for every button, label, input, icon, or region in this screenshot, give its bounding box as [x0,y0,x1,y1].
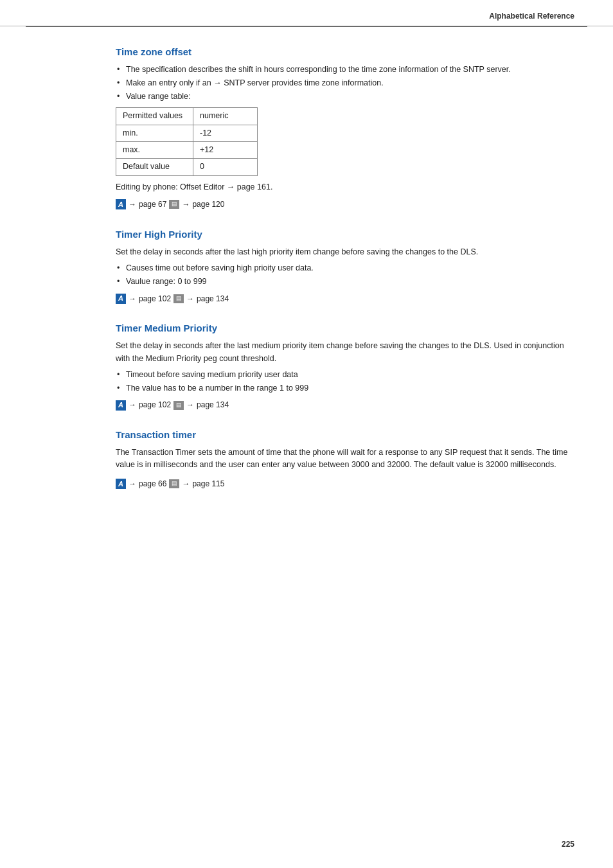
section-body-transaction-timer: The Transaction Timer sets the amount of… [116,447,574,490]
list-item: Value range table: [116,91,574,103]
ref-book-icon: ▤ [173,294,184,303]
ref-line-time-zone-offset: A → page 67 ▤ → page 120 [116,199,574,211]
list-item: Vaulue range: 0 to 999 [116,276,574,288]
value-table-time-zone-offset: Permitted values numeric min. -12 max. +… [116,107,258,176]
ref-page1: page 102 [139,293,171,305]
ref-page2: page 134 [197,293,229,305]
page: Alphabetical Reference Time zone offset … [0,0,613,868]
ref-box-a: A [116,199,126,209]
ref-book-icon: ▤ [173,401,184,410]
editing-line-time-zone-offset: Editing by phone: Offset Editor → page 1… [116,181,574,193]
bullet-list-time-zone-offset: The specification describes the shift in… [116,64,574,102]
bullet-list-timer-medium-priority: Timeout before saving medium priority us… [116,369,574,394]
ref-box-a: A [116,479,126,489]
table-row: Permitted values numeric [116,108,258,125]
page-number: 225 [562,840,574,849]
table-cell: numeric [193,108,258,125]
table-cell: Default value [116,159,193,175]
content: Time zone offset The specification descr… [0,27,613,533]
list-item: The specification describes the shift in… [116,64,574,76]
ref-book-icon: ▤ [169,200,179,209]
section-transaction-timer: Transaction timer The Transaction Timer … [116,429,574,490]
ref-book-icon: ▤ [169,479,179,488]
ref-page2: page 115 [192,478,224,490]
paragraph: The Transaction Timer sets the amount of… [116,447,574,472]
table-row: Default value 0 [116,159,258,175]
table-cell: -12 [193,125,258,141]
table-cell: Permitted values [116,108,193,125]
ref-page1: page 102 [139,399,171,411]
ref-page2: page 120 [192,199,224,211]
ref-line-transaction-timer: A → page 66 ▤ → page 115 [116,478,574,490]
section-timer-high-priority: Timer High Priority Set the delay in sec… [116,229,574,305]
section-title-timer-medium-priority: Timer Medium Priority [116,323,574,333]
table-cell: min. [116,125,193,141]
section-title-timer-high-priority: Timer High Priority [116,229,574,240]
ref-line-timer-high-priority: A → page 102 ▤ → page 134 [116,293,574,305]
ref-box-a: A [116,294,126,304]
table-row: max. +12 [116,142,258,159]
table-cell: 0 [193,159,258,175]
ref-box-a: A [116,400,126,411]
list-item: Timeout before saving medium priority us… [116,369,574,381]
paragraph: Set the delay in seconds after the last … [116,340,574,365]
section-time-zone-offset: Time zone offset The specification descr… [116,46,574,211]
page-header: Alphabetical Reference [0,0,613,26]
ref-page1: page 67 [139,199,166,211]
section-body-time-zone-offset: The specification describes the shift in… [116,64,574,211]
section-body-timer-medium-priority: Set the delay in seconds after the last … [116,340,574,411]
section-body-timer-high-priority: Set the delay in seconds after the last … [116,246,574,305]
section-title-transaction-timer: Transaction timer [116,429,574,440]
list-item: The value has to be a number in the rang… [116,382,574,394]
ref-page1: page 66 [139,478,166,490]
table-cell: max. [116,142,193,159]
paragraph: Set the delay in seconds after the last … [116,246,574,258]
table-row: min. -12 [116,125,258,141]
ref-page2: page 134 [197,399,229,411]
ref-line-timer-medium-priority: A → page 102 ▤ → page 134 [116,399,574,411]
header-title: Alphabetical Reference [489,12,574,21]
bullet-list-timer-high-priority: Causes time out before saving high prioi… [116,262,574,288]
list-item: Make an entry only if an → SNTP server p… [116,77,574,89]
section-title-time-zone-offset: Time zone offset [116,46,574,57]
list-item: Causes time out before saving high prioi… [116,262,574,274]
table-cell: +12 [193,142,258,159]
section-timer-medium-priority: Timer Medium Priority Set the delay in s… [116,323,574,411]
